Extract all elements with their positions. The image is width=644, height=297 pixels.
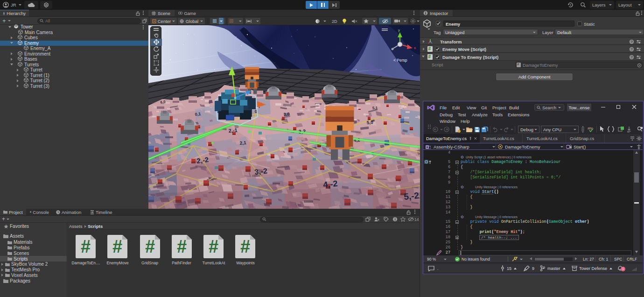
svg-text:3,0: 3,0 (283, 112, 289, 117)
svg-text:2,-2: 2,-2 (196, 156, 209, 165)
svg-text:2,1: 2,1 (239, 140, 246, 146)
svg-text:2,-1: 2,-1 (228, 127, 238, 134)
svg-text:4,-2: 4,-2 (322, 179, 338, 190)
svg-text:y: y (398, 28, 400, 32)
svg-text:3,-2: 3,-2 (254, 167, 268, 176)
svg-text:?: ? (630, 55, 633, 59)
svg-text:?: ? (630, 40, 633, 44)
svg-text:0,1: 0,1 (195, 112, 201, 117)
svg-text:x: x (414, 46, 416, 50)
svg-text:?: ? (630, 47, 633, 51)
svg-text:< Persp: < Persp (393, 58, 407, 63)
svg-text:5,-2: 5,-2 (403, 191, 420, 202)
svg-text:5,0: 5,0 (366, 120, 373, 125)
svg-text:5,1: 5,1 (372, 106, 378, 110)
svg-text:6,0: 6,0 (160, 99, 166, 105)
